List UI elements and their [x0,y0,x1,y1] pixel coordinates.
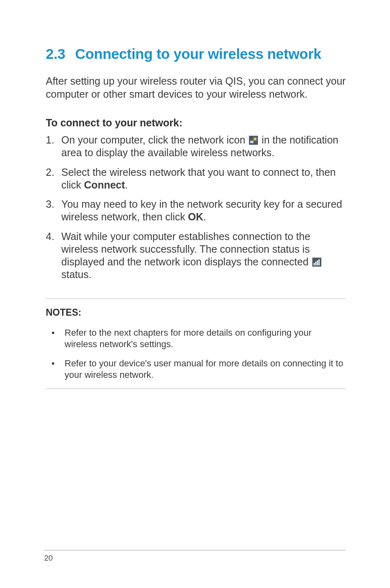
steps-list: On your computer, click the network icon… [46,134,346,281]
page-content: 2.3Connecting to your wireless network A… [0,0,390,389]
network-icon [249,136,258,145]
page-footer: 20 [44,550,346,563]
notes-list: Refer to the next chapters for more deta… [46,327,346,381]
connected-icon [312,258,321,267]
notes-block: NOTES: Refer to the next chapters for mo… [46,298,346,389]
step-4: Wait while your computer establishes con… [46,230,346,281]
connect-label: Connect [84,179,125,191]
section-heading: 2.3Connecting to your wireless network [46,46,346,62]
note-item: Refer to your device's user manual for m… [46,358,346,381]
notes-title: NOTES: [46,307,346,318]
sub-heading: To connect to your network: [46,117,346,129]
step-3: You may need to key in the network secur… [46,198,346,224]
section-number: 2.3 [46,46,65,62]
step-text: . [125,179,128,191]
note-item: Refer to the next chapters for more deta… [46,327,346,350]
step-1: On your computer, click the network icon… [46,134,346,159]
step-2: Select the wireless network that you wan… [46,166,346,192]
intro-paragraph: After setting up your wireless router vi… [46,74,346,101]
section-title: Connecting to your wireless network [75,46,321,62]
step-text: status. [61,269,92,280]
ok-label: OK [188,211,204,222]
page-number: 20 [44,554,53,562]
step-text: On your computer, click the network icon [61,134,248,146]
step-text: . [203,211,206,222]
step-text: Wait while your computer establishes con… [61,231,312,268]
